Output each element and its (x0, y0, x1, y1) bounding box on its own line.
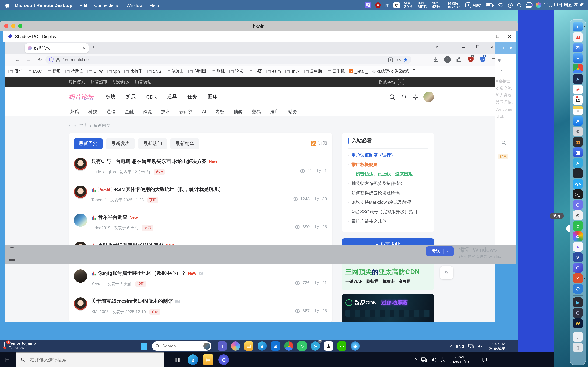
menubar-menu-item[interactable]: Help (150, 3, 159, 8)
dock-app-icon[interactable]: ⚙ (573, 126, 583, 136)
dock-app-icon[interactable]: W (573, 318, 583, 328)
bookmark-item[interactable]: ◢ ◍ 刷机 (211, 68, 225, 74)
thread-row[interactable]: 只有U 与一台电脑 想在淘宝购买东西 求给出解决方案 New study_eng… (69, 154, 332, 183)
sidebar-link[interactable]: · 论坛支持Markdown格式及教程 (342, 198, 434, 207)
category-item[interactable]: 茶馆 (70, 108, 79, 115)
qq-more-icon[interactable]: ⋯ (506, 57, 510, 63)
win10-app-icon[interactable]: ▥ /**/ (172, 354, 183, 365)
speaker-icon[interactable] (478, 344, 483, 348)
dock-app-icon[interactable]: </> (573, 179, 583, 189)
thread-tag[interactable]: 茶馆 (135, 281, 146, 287)
network-icon[interactable] (468, 344, 474, 349)
sidebar-link[interactable]: · 奶昔SSO账号（完整版升级）指引 (342, 207, 434, 217)
category-item[interactable]: 科技 (88, 108, 97, 115)
user-avatar[interactable] (424, 92, 434, 102)
thread-title[interactable]: 你的tg账号属于哪个地区（数据中心）？ (98, 270, 186, 276)
bookmark-item[interactable]: ◢ ◍ 店铺 (9, 68, 22, 74)
sidebar-link[interactable]: · 「奶昔访达」已上线，速来围观 (342, 169, 434, 179)
menubar-datetime[interactable]: 12月19日 周五 20:49 (544, 2, 585, 8)
avatar[interactable] (74, 269, 87, 283)
win10-start-button[interactable]: ⊞ (5, 355, 11, 364)
category-item[interactable]: 交易 (252, 108, 261, 115)
adblock-shield-icon[interactable]: u 3 (468, 56, 474, 63)
win11-app-icon[interactable]: ♟ (324, 342, 333, 350)
rdp-window-titlebar[interactable]: hkwin (0, 21, 518, 32)
thread-tab[interactable]: 最新发表 (106, 138, 135, 149)
thread-title[interactable]: 关于淘宝25元esim卡1.4M版本的测评 (91, 298, 173, 304)
category-item[interactable]: 云计算 (179, 108, 193, 115)
win10-app-icon[interactable]: ▤ /**/ (203, 354, 214, 365)
dock-app-icon[interactable]: ♦ (573, 242, 583, 252)
dock-app-icon[interactable]: ▶ (573, 297, 583, 307)
tray-chevron-icon[interactable]: ^ (450, 344, 452, 348)
bell-icon[interactable] (401, 94, 406, 100)
thread-tab[interactable]: 最新精华 (171, 138, 199, 149)
louis-cdn-ad-banner[interactable]: 路易CDN 过移动屏蔽 (342, 294, 434, 322)
menubar-app-name[interactable]: Microsoft Remote Desktop (15, 3, 72, 8)
dock-app-icon[interactable]: ● (573, 64, 583, 73)
win11-app-icon[interactable]: ▤ (244, 342, 253, 350)
topbar-link[interactable]: 奶昔超市 (91, 79, 107, 85)
sidebar-link[interactable]: · 推广板块规则 (342, 160, 434, 169)
dock-app-icon[interactable]: A (573, 116, 583, 126)
action-center-icon[interactable] (481, 357, 487, 362)
bookmark-star-icon[interactable]: ★ (403, 57, 408, 63)
thread-author[interactable]: Yecraft (91, 282, 104, 286)
dock-app-icon[interactable]: ➤ (573, 74, 583, 84)
screenshot-pill[interactable]: 截屏 (550, 213, 564, 219)
dock-app-icon[interactable]: ▣ (573, 148, 583, 157)
dock-app-icon[interactable]: ❀ (573, 84, 583, 94)
battery-icon[interactable] (486, 3, 494, 7)
dock-app-icon[interactable]: ✪ (573, 284, 583, 294)
dock-app-icon[interactable]: ✿ (573, 231, 583, 241)
stats-app-icon[interactable]: Ϲ (393, 2, 399, 8)
win11-app-icon[interactable]: ⊞ (271, 342, 280, 350)
qq-search-icon[interactable] (495, 120, 516, 145)
tracking-shield-icon[interactable] (49, 57, 53, 62)
win11-app-icon[interactable]: T (218, 342, 227, 350)
wifi-icon[interactable] (498, 3, 504, 7)
remote-desktop-status-icon[interactable] (365, 2, 371, 8)
thread-row[interactable]: 你的tg账号属于哪个地区（数据中心）？ New Yecraft 发表于 6 天前… (69, 266, 332, 294)
thread-tab[interactable]: 最新热门 (138, 138, 167, 149)
bookmark-item[interactable]: ◢ ◍ 云电脑 (304, 68, 322, 74)
mem-stat[interactable]: MEM43% (432, 1, 440, 9)
category-item[interactable]: AI (202, 109, 206, 114)
dock-app-icon[interactable]: ✕ (573, 273, 583, 283)
qq-expand-chevron[interactable]: › (495, 63, 516, 73)
breadcrumb-link[interactable]: 导读 (79, 123, 87, 129)
win11-app-icon[interactable]: ● (284, 342, 293, 350)
nav-item[interactable]: 图床 (208, 94, 217, 100)
bookmark-item[interactable]: ◢ ◍ MAC (27, 69, 42, 73)
bookmark-item[interactable]: ◢ ◍ 软路由 (166, 68, 184, 74)
bookmark-item[interactable]: ◢ ◍ 特斯拉 (65, 68, 83, 74)
win11-app-icon[interactable]: ↻ (297, 342, 307, 350)
thread-row[interactable]: 音乐平台调查 New faded2019 发表于 6 天前 茶馆 390 (69, 210, 332, 238)
bookmark-item[interactable]: ◢ ◍ 论坛 (229, 68, 243, 74)
dock-app-icon[interactable]: ⊙ (573, 210, 583, 220)
win11-app-icon[interactable]: ◖◗ (337, 342, 346, 350)
siri-icon[interactable] (536, 3, 541, 8)
search-icon[interactable] (389, 94, 395, 100)
spotlight-search-icon[interactable] (517, 3, 522, 8)
thread-title[interactable]: 只有U 与一台电脑 想在淘宝购买东西 求给出解决方案 (91, 158, 207, 165)
dock-app-icon[interactable]: Q (573, 200, 583, 210)
dock-app-icon[interactable]: >_ (573, 189, 583, 199)
close-button[interactable]: ✕ (504, 34, 516, 39)
weather-widget[interactable]: 3 Temps to jump Tomorrow (3, 341, 36, 350)
dock-app-icon[interactable]: 周五 19 (573, 95, 583, 105)
bookmark-item[interactable]: ◢ ◍ 小店 (248, 68, 262, 74)
category-item[interactable]: 抽奖 (234, 108, 243, 115)
home-icon[interactable]: ⌂ (69, 123, 72, 128)
lock-icon[interactable] (56, 58, 60, 62)
maximize-button[interactable]: ☐ (492, 34, 504, 39)
topbar-link[interactable]: 每日签到 (69, 79, 85, 85)
clock[interactable]: 20:49 2025/12/19 (450, 355, 469, 365)
thread-tag[interactable]: 茶馆 (147, 197, 158, 203)
recent-items-icon[interactable] (508, 3, 513, 8)
favorite-site-link[interactable]: 收藏本站 (378, 79, 395, 85)
win11-app-icon[interactable] (231, 342, 240, 350)
dock-app-icon[interactable]: ➢ (573, 53, 583, 63)
phone-mode-icon[interactable] (10, 248, 14, 254)
sidebar-link[interactable]: · 带推广链接之规范 (342, 217, 434, 226)
